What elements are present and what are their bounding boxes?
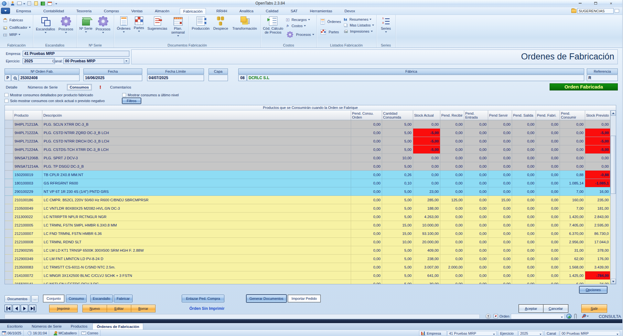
fabrica-name-field[interactable]: DCRLC S.L (247, 75, 584, 81)
cancelar-button[interactable]: Cancelar (543, 305, 568, 312)
ribbon-button-n-serie[interactable]: Nº Serie (78, 16, 94, 34)
user-icon[interactable] (10, 1, 15, 6)
table-row[interactable]: 212100008LC TRMNL RDND SLT0,0010,0020.00… (5, 238, 610, 246)
row-indicator[interactable] (5, 171, 13, 179)
table-header-pend-servir[interactable]: Pend Servir (488, 110, 512, 120)
referencia-field[interactable]: R (587, 75, 618, 81)
imprimir-button[interactable]: Imprimir (49, 305, 78, 312)
menu-tab-tesoreria[interactable]: Tesoreria (74, 8, 93, 14)
chevron-down-icon[interactable] (23, 3, 25, 5)
menu-tab-devox[interactable]: Devox (343, 8, 357, 14)
table-header-pend-consu-orden[interactable]: Pend. Consu. Orden (351, 110, 382, 120)
row-indicator[interactable] (5, 280, 13, 284)
search-input[interactable] (577, 8, 614, 14)
table-row[interactable]: 210100186LC CMPR. B52CL 220V 50/60 Hz R6… (5, 196, 610, 204)
detail-tab-detalle[interactable]: Detalle (5, 84, 19, 90)
orden-combo[interactable] (511, 314, 564, 319)
row-indicator[interactable] (5, 145, 13, 154)
nav-previous-button[interactable] (13, 305, 20, 312)
conjunto-button[interactable]: Conjunto (43, 295, 64, 302)
table-header-pend-recibir[interactable]: Pend. Recibir (440, 110, 464, 120)
row-indicator[interactable] (5, 271, 13, 280)
aceptar-button[interactable]: Aceptar (519, 305, 543, 312)
row-indicator[interactable] (5, 213, 13, 221)
menu-tab-sat[interactable]: SAT (289, 8, 300, 14)
borrar-button[interactable]: Borrar (131, 305, 156, 312)
row-indicator[interactable] (5, 221, 13, 229)
table-header-indicator[interactable] (5, 110, 13, 120)
nav-first-button[interactable] (5, 305, 12, 312)
fecha-limite-field[interactable]: 04/07/2025 (147, 75, 204, 81)
documentos-button[interactable]: Documentos (5, 295, 30, 302)
capa-field[interactable] (209, 75, 228, 81)
enlazar-ped-compra-button[interactable]: Enlazar Ped. Compra (182, 295, 224, 302)
screen-tab-escritorio[interactable]: Escritorio (3, 323, 27, 330)
checkbox-ultimo-nivel[interactable] (122, 93, 126, 97)
table-row[interactable]: 213500083LC TRMSTT CS-6011-N C/SND NTC 2… (5, 263, 610, 271)
checkbox-consumos-detallados[interactable] (5, 93, 8, 97)
ribbon-button-mas-listados[interactable]: Mas Listados (342, 23, 375, 27)
ribbon-button-partes[interactable]: Partes (132, 16, 146, 33)
statusbar-empresa-combo[interactable]: 41 Pruebas MRP (447, 331, 497, 336)
menu-tab-fabricacion[interactable]: Fabricación (180, 8, 206, 14)
statusbar-canal-combo[interactable]: 00 Pruebas MRP (560, 331, 620, 336)
ribbon-button-mrp[interactable]: MRP (1, 31, 32, 37)
row-indicator[interactable] (5, 204, 13, 213)
menu-tab-rrhh[interactable]: RRHH (214, 8, 229, 14)
order-prefix-field[interactable]: P (5, 75, 11, 81)
table-row[interactable]: 212900349LC LM FNT LMNTCN LD PV-8-24 D0,… (5, 255, 610, 263)
table-row[interactable]: 212900295LC LM LD KT1 TRNSP 6500K 300X50… (5, 246, 610, 255)
table-row[interactable]: 180100003GS RFRGRNT R6000,000,100,000,00… (5, 179, 610, 187)
table-row[interactable]: 9HIPL71224A.PLG. CSTDS-TCH XTRR DC-3_B L… (5, 145, 610, 154)
scroll-down-icon[interactable] (611, 279, 616, 284)
table-row[interactable]: 214100072LC MNGR 3X1X2500 BLNC C/CLVJ SC… (5, 271, 610, 280)
table-header-descripcion[interactable]: Descripción (42, 110, 351, 120)
tools-dropdown[interactable] (581, 314, 589, 319)
salir-button[interactable]: Salir (581, 304, 607, 313)
row-indicator[interactable] (5, 154, 13, 162)
table-header-producto[interactable]: Producto (13, 110, 42, 120)
table-header-cantidad-consumida[interactable]: Cantidad Consumida (382, 110, 413, 120)
nav-next-button[interactable] (21, 305, 28, 312)
nuevo-button[interactable]: Nuevo (82, 305, 107, 312)
attachment-icon[interactable] (574, 314, 577, 319)
ribbon-button-procesos[interactable]: Procesos (57, 16, 75, 34)
ejercicio-field[interactable]: 2025 (23, 58, 55, 64)
window-switch-icon[interactable] (16, 1, 22, 6)
menu-tab-empresa[interactable]: Empresa (14, 8, 33, 14)
editar-button[interactable]: Editar (107, 305, 131, 312)
row-indicator[interactable] (5, 162, 13, 171)
minimize-button[interactable] (574, 0, 585, 6)
table-header-pend-entrada[interactable]: Pend. Entrada (464, 110, 488, 120)
screen-tab-productos[interactable]: Productos (67, 323, 91, 330)
table-header-pend-salida[interactable]: Pend. Salida (512, 110, 536, 120)
detail-tab-numeros-de-serie[interactable]: Números de Serie (27, 84, 59, 90)
ribbon-button-ordenes[interactable]: Órdenes (115, 16, 132, 34)
screen-tab-numeros-de-serie[interactable]: Números de Serie (28, 323, 66, 330)
row-indicator[interactable] (5, 263, 13, 271)
order-search-button[interactable] (11, 75, 18, 81)
ribbon-button-codificador[interactable]: Codificador (1, 24, 32, 30)
ribbon-button-transformacion[interactable]: Transformación (230, 16, 259, 31)
paste-document-icon[interactable] (33, 1, 39, 6)
ribbon-button-sugerencias[interactable]: Sugerencias (146, 16, 169, 31)
escandallo-button[interactable]: Escandallo (90, 295, 113, 302)
ribbon-button-impresiones[interactable]: Impresiones (342, 28, 375, 34)
table-row[interactable]: 215500141LC NSTLCN LÉCTRC DCV-3 DC0,005,… (5, 280, 610, 284)
close-button[interactable]: × (606, 0, 617, 6)
importar-pedido-button[interactable]: Importar Pedido (288, 295, 321, 302)
row-indicator[interactable] (5, 238, 13, 246)
table-row[interactable]: 9INSA71214A.PLG. TP DSGÜ DC-3_B0,005,000… (5, 162, 610, 171)
row-indicator[interactable] (5, 255, 13, 263)
canal-select[interactable]: 00 Pruebas MRP (63, 58, 129, 64)
fecha-field[interactable]: 16/06/2025 (83, 75, 142, 81)
help-icon[interactable]: ? (486, 314, 491, 319)
table-row[interactable]: 9HIPL71222A.PLG. CSTD NTRR ZQRD DC-3_B L… (5, 129, 610, 137)
menu-tab-ventas[interactable]: Ventas (129, 8, 145, 14)
menu-tab-analitica[interactable]: Analitica (238, 8, 255, 14)
row-indicator[interactable] (5, 229, 13, 238)
statusbar-user[interactable]: MCaballero (52, 330, 79, 336)
detail-tab-consumos[interactable]: Consumos (67, 84, 92, 90)
ribbon-button-fabricas[interactable]: Fabricas (1, 17, 32, 23)
table-row[interactable]: 212100007LC FND TRMNL FSTN HMBR 6.360,00… (5, 229, 610, 238)
